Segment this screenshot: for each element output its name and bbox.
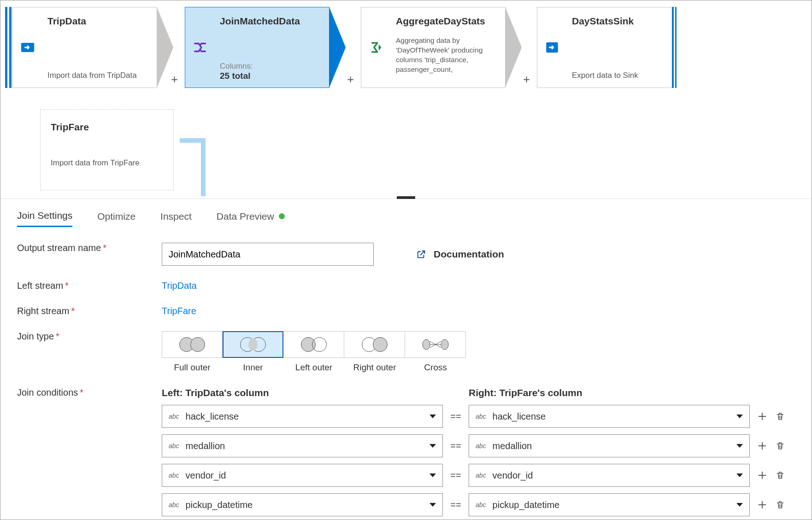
node-aggregate[interactable]: AggregateDayStats Aggregating data by 'D… [361,7,506,88]
join-icon [192,40,208,55]
add-after-join[interactable]: + [347,72,354,87]
tab-label: Data Preview [217,211,274,222]
venn-full-outer-icon [179,336,205,353]
join-conditions-grid: Left: TripData's column Right: TripFare'… [162,387,795,516]
aggregate-icon [368,40,384,55]
columns-label: Columns: [220,62,321,71]
eq-label: == [443,470,469,481]
type-badge: abc [476,472,486,479]
pane-divider[interactable] [0,199,812,199]
tab-data-preview[interactable]: Data Preview [217,210,285,227]
right-stream-value[interactable]: TripFare [162,306,795,316]
node-tripdata[interactable]: TripData Import data from TripData [5,7,157,88]
venn-left-outer-icon [301,336,327,353]
left-column-header: Left: TripData's column [162,387,443,398]
node-title: JoinMatchedData [220,16,321,27]
node-subtitle: Import data from TripData [47,70,148,81]
right-col-select-3[interactable]: abcpickup_datetime [469,493,750,516]
join-type-full-outer[interactable]: Full outer [162,331,223,373]
join-type-group: Full outer Inner Left outer Right outer [162,331,795,373]
type-badge: abc [169,442,179,450]
eq-label: == [443,411,469,422]
documentation-link[interactable]: Documentation [416,249,504,260]
external-link-icon [416,249,426,259]
eq-label: == [443,441,469,451]
node-subtitle: Import data from TripFare [51,158,163,168]
node-subtitle: Export data to Sink [572,70,664,81]
add-condition-button[interactable] [757,470,767,480]
left-col-select-2[interactable]: abcvendor_id [162,464,443,487]
connector-tripfare-to-join-h [180,138,206,143]
status-dot-icon [279,213,285,219]
node-tripfare[interactable]: TripFare Import data from TripFare [40,109,174,190]
right-stream-label: Right stream* [17,306,146,316]
chevron-down-icon [430,503,436,507]
join-type-label: Join type* [17,331,146,342]
join-conditions-label: Join conditions* [17,387,146,398]
connector-tripfare-to-join [201,138,206,196]
source-icon [20,40,35,55]
add-after-tripdata[interactable]: + [171,72,178,87]
join-type-cross[interactable]: Cross [405,331,466,373]
type-badge: abc [476,442,486,450]
settings-tabs: Join Settings Optimize Inspect Data Prev… [0,199,812,227]
chevron-down-icon [736,473,743,477]
venn-right-outer-icon [362,336,388,353]
join-type-right-outer[interactable]: Right outer [344,331,405,373]
right-col-select-2[interactable]: abcvendor_id [469,464,750,487]
left-col-select-1[interactable]: abcmedallion [162,434,443,457]
delete-condition-button[interactable] [776,411,785,421]
join-type-inner[interactable]: Inner [223,331,283,373]
columns-value: 25 total [220,71,321,81]
delete-condition-button[interactable] [776,500,785,510]
right-column-header: Right: TripFare's column [469,387,750,398]
right-col-select-0[interactable]: abchack_license [469,405,750,428]
left-stream-value[interactable]: TripData [162,280,795,291]
add-condition-button[interactable] [757,441,767,451]
cross-join-icon [422,338,449,351]
delete-condition-button[interactable] [776,441,785,451]
chevron-down-icon [736,415,743,418]
tab-join-settings[interactable]: Join Settings [17,210,72,227]
chevron-down-icon [430,473,436,477]
node-title: TripData [47,16,148,27]
chevron-down-icon [430,444,436,448]
tab-inspect[interactable]: Inspect [160,210,192,227]
add-condition-button[interactable] [757,500,767,510]
app-frame: TripData Import data from TripData + Joi… [0,0,812,520]
dataflow-canvas[interactable]: TripData Import data from TripData + Joi… [0,0,812,199]
delete-condition-button[interactable] [776,470,785,480]
node-title: DayStatsSink [572,16,664,27]
node-join[interactable]: JoinMatchedData Columns: 25 total [185,7,330,88]
node-title: AggregateDayStats [396,16,497,27]
type-badge: abc [476,413,486,420]
type-badge: abc [169,472,179,479]
output-stream-input[interactable] [162,243,374,266]
documentation-label: Documentation [434,249,504,260]
node-sink[interactable]: DayStatsSink Export data to Sink [537,7,677,88]
node-title: TripFare [51,122,163,133]
node-icon-col [12,7,42,88]
add-condition-button[interactable] [757,411,767,421]
output-stream-label: Output stream name* [17,243,146,253]
node-subtitle: Aggregating data by 'DayOfTheWeek' produ… [396,36,497,75]
sink-handle[interactable] [672,7,677,88]
left-stream-label: Left stream* [17,280,146,291]
source-handle[interactable] [5,7,12,88]
type-badge: abc [169,501,179,508]
drag-handle-icon[interactable] [397,196,415,199]
add-after-aggregate[interactable]: + [523,72,530,87]
venn-inner-icon [240,336,266,353]
left-col-select-0[interactable]: abchack_license [162,405,443,428]
chevron-down-icon [736,444,743,448]
join-settings-form: Output stream name* Documentation Left s… [0,227,812,520]
chevron-down-icon [430,415,436,418]
join-type-left-outer[interactable]: Left outer [283,331,344,373]
svg-point-3 [441,339,448,350]
svg-point-2 [423,339,430,350]
tab-optimize[interactable]: Optimize [97,210,135,227]
chevron-down-icon [736,503,743,507]
right-col-select-1[interactable]: abcmedallion [469,434,750,457]
eq-label: == [443,500,469,510]
left-col-select-3[interactable]: abcpickup_datetime [162,493,443,516]
